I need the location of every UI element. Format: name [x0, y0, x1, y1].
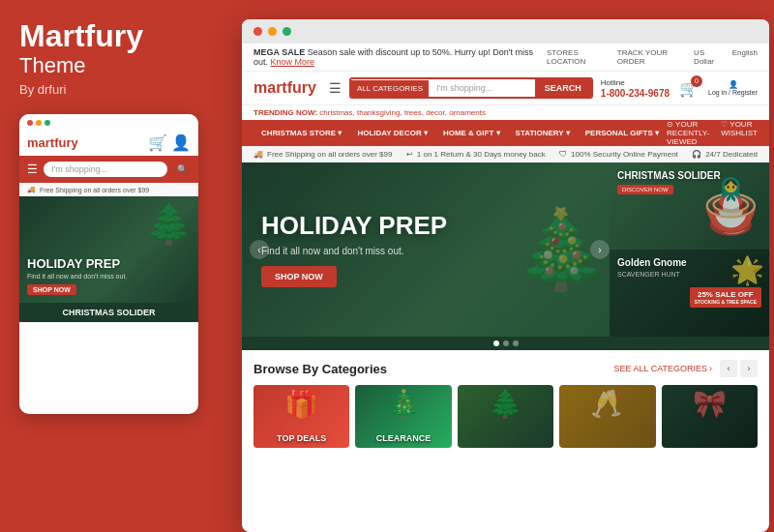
nutcracker-icon: 🪆 — [698, 163, 764, 250]
hero-prev-arrow[interactable]: ‹ — [250, 240, 269, 259]
mobile-truck-icon: 🚚 — [27, 186, 36, 193]
clearance-decor: 🎄 — [355, 388, 451, 420]
gnome-icon: 🌟 — [730, 254, 764, 286]
hero-main: HOLIDAY PREP Find it all now and don't m… — [242, 163, 610, 337]
nav-right-items: ⊙ YOUR RECENTLY-VIEWED ♡ YOUR WISHLIST — [667, 120, 758, 146]
top-deals-label: TOP DEALS — [253, 433, 349, 443]
mega-sale-label: MEGA SALE — [253, 47, 305, 57]
nav-personal-gifts[interactable]: PERSONAL GIFTS ▾ — [578, 122, 667, 144]
discover-now-button[interactable]: DISCOVER NOW — [617, 185, 673, 194]
track-order-link[interactable]: TRACK YOUR ORDER — [617, 48, 682, 66]
browse-nav: ‹ › — [720, 360, 758, 377]
mobile-header: martfury 🛒 👤 — [19, 130, 198, 156]
hero-shop-button[interactable]: SHOP NOW — [261, 266, 337, 287]
hero-side-banners: CHRISTMAS SOLIDER DISCOVER NOW 🪆 Golden … — [610, 163, 769, 337]
headset-icon: 🎧 — [692, 150, 701, 159]
see-all-text: SEE ALL CATEGORIES — [613, 364, 707, 373]
feature-security: 🛡 100% Security Online Payment — [559, 150, 678, 159]
shield-icon: 🛡 — [559, 150, 567, 159]
user-icon: 👤 — [708, 80, 758, 89]
nav-stationery[interactable]: STATIONERY ▾ — [508, 122, 578, 144]
mega-sale-text: MEGA SALE Season sale with discount up t… — [253, 47, 547, 67]
browse-title: Browse By Categories — [253, 362, 387, 376]
hero-dot-3[interactable] — [513, 340, 519, 346]
mobile-hero-decor: 🌲 — [145, 201, 194, 247]
mega-sale-right: STORES LOCATION TRACK YOUR ORDER US Doll… — [547, 48, 758, 66]
categories-grid: 🎁 TOP DEALS 🎄 CLEARANCE 🌲 🥂 🎀 — [253, 385, 758, 448]
mobile-nav-bar: ☰ I'm shopping... 🔍 — [19, 156, 198, 183]
sale-badge: 25% SALE OFF STOCKING & TREE SPACE — [690, 287, 761, 308]
category-top-deals[interactable]: 🎁 TOP DEALS — [253, 385, 349, 448]
category-clearance[interactable]: 🎄 CLEARANCE — [355, 385, 451, 448]
hero-dot-1[interactable] — [493, 340, 499, 346]
trending-items: christmas, thanksgiving, trees, decor, o… — [319, 108, 486, 117]
category-select[interactable]: ALL CATEGORIES — [351, 80, 429, 97]
site-logo: martfury — [253, 79, 321, 97]
mobile-user-icon: 👤 — [171, 133, 191, 152]
mobile-shipping-text: Free Shipping on all orders over $99 — [40, 187, 149, 193]
search-input[interactable]: I'm shopping... — [429, 79, 535, 97]
nav-home-gift[interactable]: HOME & GIFT ▾ — [435, 122, 508, 144]
language-select[interactable]: English — [732, 48, 758, 66]
wishlist-link[interactable]: ♡ YOUR WISHLIST — [721, 120, 758, 146]
browse-prev-button[interactable]: ‹ — [720, 360, 737, 377]
side-banner-golden-gnome[interactable]: Golden Gnome SCAVENGER HUNT 🌟 25% SALE O… — [610, 250, 769, 337]
feature-shipping-text: Free Shipping on all orders over $99 — [267, 150, 392, 159]
brand-by: By drfuri — [19, 82, 208, 97]
feature-security-text: 100% Security Online Payment — [571, 150, 678, 159]
sale-percent: 25% SALE OFF — [695, 290, 757, 299]
see-all-chevron: › — [709, 364, 712, 373]
dot-yellow — [36, 120, 42, 126]
browse-next-button[interactable]: › — [740, 360, 758, 377]
hotline-number: 1-800-234-9678 — [601, 88, 670, 99]
dot-red — [27, 120, 33, 126]
currency-select[interactable]: US Dollar — [694, 48, 721, 66]
browse-header: Browse By Categories SEE ALL CATEGORIES … — [253, 360, 758, 377]
recently-viewed-link[interactable]: ⊙ YOUR RECENTLY-VIEWED — [667, 120, 711, 146]
category-item-3[interactable]: 🌲 — [458, 385, 553, 448]
cart-icon[interactable]: 🛒 0 — [679, 79, 699, 98]
mega-sale-link[interactable]: Know More — [271, 57, 315, 67]
mobile-menu-icon[interactable]: ☰ — [27, 163, 38, 176]
feature-return-text: 1 on 1 Return & 30 Days money back — [417, 150, 546, 159]
mobile-window-controls — [19, 114, 198, 130]
nav-holiday-decor[interactable]: HOLIDAY DECOR ▾ — [349, 122, 434, 144]
side-banner-christmas-solider[interactable]: CHRISTMAS SOLIDER DISCOVER NOW 🪆 — [610, 163, 769, 250]
main-header: martfury ☰ ALL CATEGORIES I'm shopping..… — [242, 72, 769, 104]
login-register-button[interactable]: 👤 Log in / Register — [708, 80, 758, 96]
hero-title: HOLIDAY PREP — [261, 212, 590, 240]
category-item-4[interactable]: 🥂 — [559, 385, 655, 448]
mobile-search-box[interactable]: I'm shopping... — [44, 162, 167, 177]
search-button[interactable]: SEARCH — [535, 79, 591, 97]
dot-green — [45, 120, 50, 126]
browser-window-controls — [242, 19, 769, 44]
mobile-hero-title: HOLIDAY PREP — [27, 256, 191, 272]
mobile-search-button[interactable]: 🔍 — [173, 161, 191, 178]
header-right: Hotline 1-800-234-9678 🛒 0 👤 Log in / Re… — [601, 77, 758, 99]
mobile-shipping-bar: 🚚 Free Shipping on all orders over $99 — [19, 183, 198, 196]
mobile-shop-button[interactable]: SHOP NOW — [27, 284, 76, 295]
browse-section: Browse By Categories SEE ALL CATEGORIES … — [242, 350, 769, 456]
features-bar: 🚚 Free Shipping on all orders over $99 ↩… — [242, 146, 769, 163]
hamburger-menu[interactable]: ☰ — [329, 80, 342, 96]
mobile-logo: martfury — [27, 135, 78, 150]
browser-dot-green — [283, 27, 291, 36]
sale-sub: STOCKING & TREE SPACE — [695, 299, 757, 305]
login-label: Log in / Register — [708, 89, 758, 96]
hero-dot-2[interactable] — [503, 340, 509, 346]
desktop-preview: MEGA SALE Season sale with discount up t… — [242, 19, 769, 532]
see-all-link[interactable]: SEE ALL CATEGORIES › — [613, 364, 712, 373]
clearance-label: CLEARANCE — [355, 433, 451, 443]
mega-sale-bar: MEGA SALE Season sale with discount up t… — [242, 44, 769, 72]
category-item-5[interactable]: 🎀 — [662, 385, 758, 448]
cat5-decor: 🎀 — [662, 388, 758, 420]
hero-subtitle: Find it all now and don't miss out. — [261, 246, 590, 256]
hero-next-arrow[interactable]: › — [590, 240, 610, 259]
cat4-decor: 🥂 — [559, 388, 655, 420]
nav-christmas-store[interactable]: CHRISTMAS STORE ▾ — [253, 122, 349, 144]
hotline-info: Hotline 1-800-234-9678 — [601, 77, 670, 99]
mobile-header-icons: 🛒 👤 — [148, 133, 191, 152]
search-area: ALL CATEGORIES I'm shopping... SEARCH — [349, 77, 593, 99]
brand-title: Martfury — [19, 19, 208, 53]
stores-location-link[interactable]: STORES LOCATION — [547, 48, 606, 66]
